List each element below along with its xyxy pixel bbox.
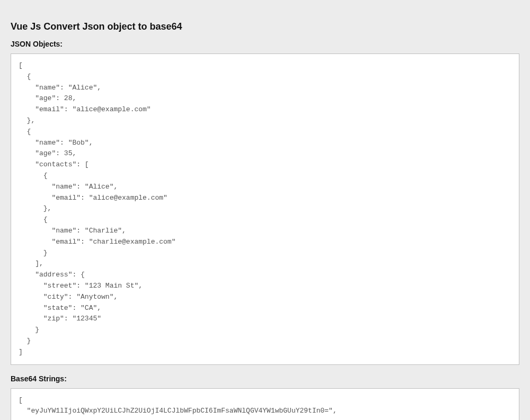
base64-strings-heading: Base64 Strings: — [11, 374, 519, 383]
base64-strings-code: [ "eyJuYW1lIjoiQWxpY2UiLCJhZ2UiOjI4LCJlb… — [11, 388, 519, 420]
json-objects-code: [ { "name": "Alice", "age": 28, "email":… — [11, 53, 519, 365]
page-container: Vue Js Convert Json object to base64 JSO… — [0, 0, 530, 420]
json-objects-heading: JSON Objects: — [11, 40, 519, 48]
page-title: Vue Js Convert Json object to base64 — [11, 21, 519, 32]
